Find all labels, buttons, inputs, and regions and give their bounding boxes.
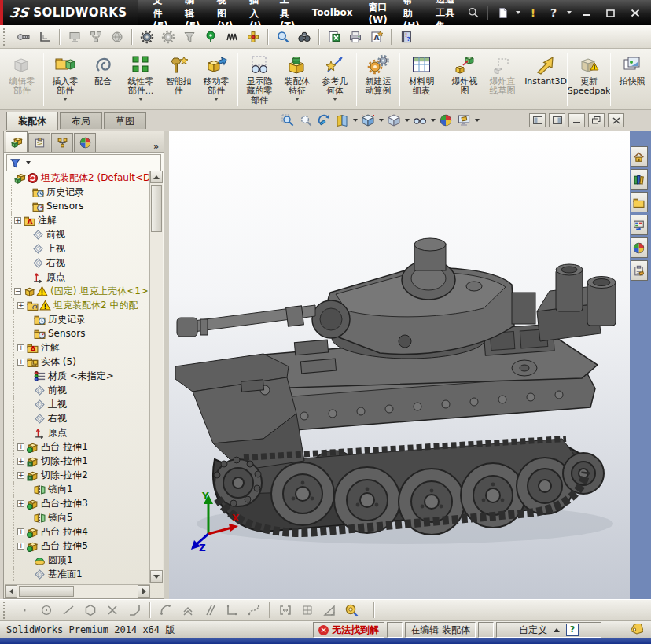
explode-line-sketch-button[interactable]: 爆炸直线草图 — [484, 50, 521, 109]
linear-component-pattern-button[interactable]: 线性零部件... — [122, 50, 160, 109]
panel-tabs-overflow-chevron[interactable]: » — [153, 142, 159, 152]
dropdown-arrow-icon[interactable] — [333, 98, 337, 101]
zoom-to-fit-icon[interactable] — [280, 112, 296, 128]
point-icon[interactable] — [15, 601, 34, 620]
tree-filter-bar[interactable] — [6, 154, 161, 171]
minimize-button[interactable] — [576, 6, 596, 20]
line-icon[interactable] — [59, 601, 78, 620]
status-custom[interactable]: 自定义 ? — [496, 622, 601, 638]
monitor-icon[interactable] — [65, 28, 84, 46]
tree-item[interactable]: +注解 — [5, 340, 150, 355]
menu-window[interactable]: 窗口(W) — [361, 0, 394, 28]
doc-restore-button[interactable] — [588, 113, 605, 127]
spline-icon[interactable] — [245, 601, 263, 620]
circle-icon[interactable] — [37, 601, 56, 620]
tree-item-fixed-part[interactable]: −(固定) 坦克上壳体<1> — [5, 284, 150, 298]
tree-item[interactable]: 历史记录 — [5, 312, 150, 326]
tree-item[interactable]: 上视 — [5, 397, 150, 411]
sphere-icon[interactable] — [108, 28, 127, 46]
mate-button[interactable]: 配合 — [84, 50, 122, 109]
doc-close-button[interactable] — [608, 113, 624, 127]
polygon-icon[interactable] — [81, 601, 100, 620]
tab-assembly[interactable]: 装配体 — [6, 112, 58, 130]
new-document-dropdown-icon[interactable] — [516, 11, 520, 14]
corner-rectangle-icon[interactable] — [223, 601, 241, 620]
doc-minimize-button[interactable] — [568, 113, 585, 127]
new-note-icon[interactable] — [367, 28, 386, 46]
design-library-icon[interactable] — [631, 169, 648, 190]
gear-secondary-icon[interactable] — [159, 28, 178, 46]
pin-icon[interactable] — [201, 28, 220, 46]
tree-horizontal-scrollbar[interactable] — [5, 584, 150, 598]
tree-item[interactable]: 前视 — [5, 227, 150, 241]
tree-item[interactable]: +凸台-拉伸5 — [5, 539, 150, 553]
zoom-to-area-icon[interactable] — [298, 112, 314, 128]
insert-component-button[interactable]: 插入零部件 — [46, 50, 84, 109]
expand-plus-icon[interactable]: + — [17, 472, 24, 479]
angle-icon[interactable] — [320, 601, 339, 620]
tab-display-manager[interactable] — [74, 133, 96, 152]
funnel-icon[interactable] — [180, 28, 199, 46]
tree-item[interactable]: 右视 — [5, 411, 150, 425]
tree-item[interactable]: +注解 — [5, 213, 150, 227]
tab-feature-manager[interactable] — [6, 131, 28, 152]
restore-button[interactable] — [601, 6, 620, 20]
rotate-view-icon[interactable] — [316, 112, 332, 128]
dropdown-arrow-icon[interactable] — [353, 119, 358, 122]
help-dropdown-icon[interactable] — [567, 11, 572, 14]
tree-item[interactable]: +切除-拉伸2 — [5, 468, 150, 482]
gear-icon[interactable] — [138, 28, 156, 46]
tree-item[interactable]: 基准面1 — [5, 567, 150, 581]
tree-item[interactable]: Sensors — [5, 199, 150, 213]
scroll-right-button[interactable] — [138, 585, 150, 598]
smart-fasteners-button[interactable]: 智能扣件 — [160, 50, 197, 109]
dropdown-arrow-icon[interactable] — [63, 98, 68, 101]
dropdown-arrow-icon[interactable] — [405, 119, 410, 122]
move-component-button[interactable]: 移动零部件 — [197, 50, 235, 109]
hide-show-items-icon[interactable] — [412, 112, 428, 128]
apply-scene-icon[interactable] — [456, 112, 472, 128]
tree-item[interactable]: 右视 — [5, 256, 150, 270]
dropdown-arrow-icon[interactable] — [379, 119, 384, 122]
tree-item[interactable]: Sensors — [5, 326, 150, 340]
tree-item[interactable]: 前视 — [5, 383, 150, 397]
print-icon[interactable] — [346, 28, 365, 46]
horizontal-scroll-thumb[interactable] — [19, 586, 74, 597]
toolbar-grip[interactable] — [3, 28, 9, 46]
expand-plus-icon[interactable]: + — [17, 359, 24, 366]
expand-plus-icon[interactable]: + — [17, 500, 24, 507]
expand-plus-icon[interactable]: + — [17, 458, 24, 465]
status-tag-icon[interactable] — [630, 624, 643, 637]
toolbar-grip[interactable] — [3, 602, 9, 619]
expand-plus-icon[interactable]: + — [17, 344, 24, 351]
vertical-scroll-thumb[interactable] — [151, 185, 162, 232]
status-error[interactable]: ✕ 无法找到解 — [313, 622, 384, 638]
expand-plus-icon[interactable]: + — [17, 443, 24, 451]
file-explorer-icon[interactable] — [631, 192, 648, 212]
collapse-right-pane-button[interactable] — [549, 113, 565, 127]
dropdown-arrow-icon[interactable] — [295, 98, 300, 101]
tab-sketch[interactable]: 草图 — [104, 112, 146, 129]
filter-dropdown-icon[interactable] — [26, 161, 31, 164]
view-orientation-icon[interactable] — [360, 112, 376, 128]
custom-properties-icon[interactable] — [631, 260, 648, 281]
edit-component-button[interactable]: 编辑零部件 — [3, 50, 41, 109]
tree-item[interactable]: +实体 (5) — [5, 355, 150, 369]
stretch-entities-icon[interactable] — [276, 601, 295, 620]
take-snapshot-button[interactable]: 拍快照 — [613, 50, 651, 109]
dropdown-arrow-icon[interactable] — [138, 98, 143, 101]
design-binder-icon[interactable] — [397, 28, 416, 46]
parallel-icon[interactable] — [200, 601, 219, 620]
pipe-cross-icon[interactable] — [244, 28, 263, 46]
chamfer-icon[interactable] — [125, 601, 144, 620]
exploded-view-button[interactable]: 爆炸视图 — [446, 50, 484, 109]
tree-item[interactable]: 上视 — [5, 241, 150, 256]
section-view-icon[interactable] — [334, 112, 350, 128]
network-icon[interactable] — [86, 28, 105, 46]
tree-item[interactable]: +凸台-拉伸1 — [5, 440, 150, 454]
spring-icon[interactable] — [223, 28, 241, 46]
dropdown-arrow-icon[interactable] — [475, 119, 480, 122]
exclamation-icon[interactable]: ! — [525, 5, 541, 20]
status-help-button[interactable]: ? — [566, 624, 579, 636]
scroll-down-button[interactable] — [150, 570, 163, 583]
